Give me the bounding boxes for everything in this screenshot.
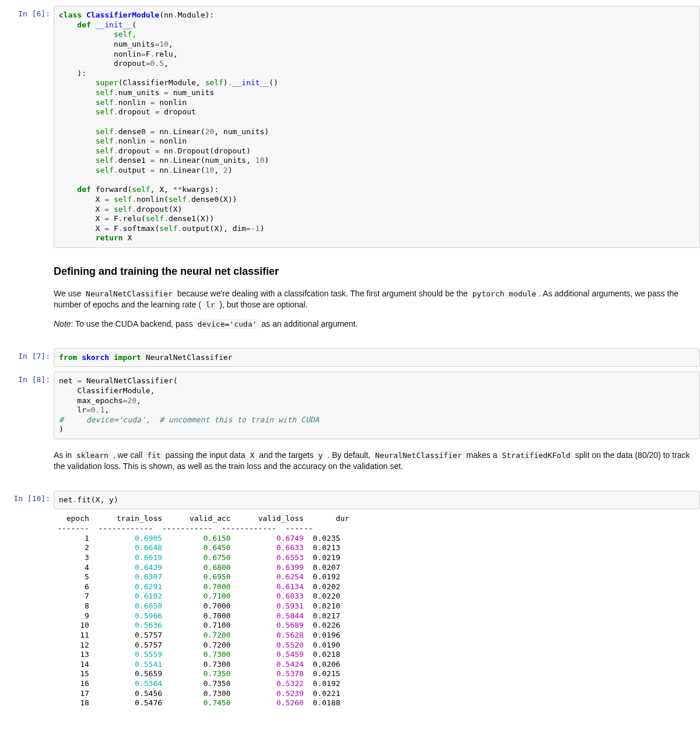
paragraph-1: We use NeuralNetClassifier because we're… xyxy=(54,288,691,310)
code-cell-6[interactable]: class ClassifierModule(nn.Module): def _… xyxy=(54,6,700,248)
paragraph-3: As in sklearn , we call fit passing the … xyxy=(54,450,691,472)
code-6: class ClassifierModule(nn.Module): def _… xyxy=(59,11,695,243)
inline-code: sklearn xyxy=(74,450,111,460)
markdown-cell-2: As in sklearn , we call fit passing the … xyxy=(0,442,700,488)
inline-code: device='cuda' xyxy=(195,319,260,329)
code-cell-10[interactable]: net.fit(X, y) xyxy=(54,491,700,510)
cell-in-8: In [8]: net = NeuralNetClassifier( Class… xyxy=(0,369,700,442)
notebook: In [6]: class ClassifierModule(nn.Module… xyxy=(0,0,700,711)
code-8: net = NeuralNetClassifier( ClassifierMod… xyxy=(59,376,695,435)
prompt-in-6: In [6]: xyxy=(0,6,54,248)
code-7: from skorch import NeuralNetClassifier xyxy=(59,353,695,363)
code-10: net.fit(X, y) xyxy=(59,495,695,505)
cell-in-10: In [10]: net.fit(X, y) epoch train_loss … xyxy=(0,488,700,711)
inline-code: NeuralNetClassifier xyxy=(83,289,175,299)
code-cell-8[interactable]: net = NeuralNetClassifier( ClassifierMod… xyxy=(54,372,700,439)
prompt-in-10: In [10]: xyxy=(0,491,54,708)
training-output-table: epoch train_loss valid_acc valid_loss du… xyxy=(54,509,700,708)
cell-in-6: In [6]: class ClassifierModule(nn.Module… xyxy=(0,4,700,250)
inline-code: StratifiedKFold xyxy=(499,450,572,460)
markdown-body: Defining and training the neural net cla… xyxy=(54,253,700,344)
prompt-in-7: In [7]: xyxy=(0,348,54,368)
inline-code: NeuralNetClassifier xyxy=(373,450,464,460)
inline-code: y xyxy=(316,450,325,460)
markdown-cell-1: Defining and training the neural net cla… xyxy=(0,250,700,346)
inline-code: pytorch module xyxy=(470,289,539,299)
inline-code: fit xyxy=(145,450,163,460)
paragraph-2: Note: To use the CUDA backend, pass devi… xyxy=(54,319,691,330)
code-cell-7[interactable]: from skorch import NeuralNetClassifier xyxy=(54,348,700,368)
cell-in-7: In [7]: from skorch import NeuralNetClas… xyxy=(0,346,700,370)
inline-code: lr xyxy=(204,300,218,310)
section-heading: Defining and training the neural net cla… xyxy=(54,265,691,278)
markdown-body-2: As in sklearn , we call fit passing the … xyxy=(54,444,700,486)
inline-code: X xyxy=(247,450,257,460)
prompt-in-8: In [8]: xyxy=(0,372,54,439)
